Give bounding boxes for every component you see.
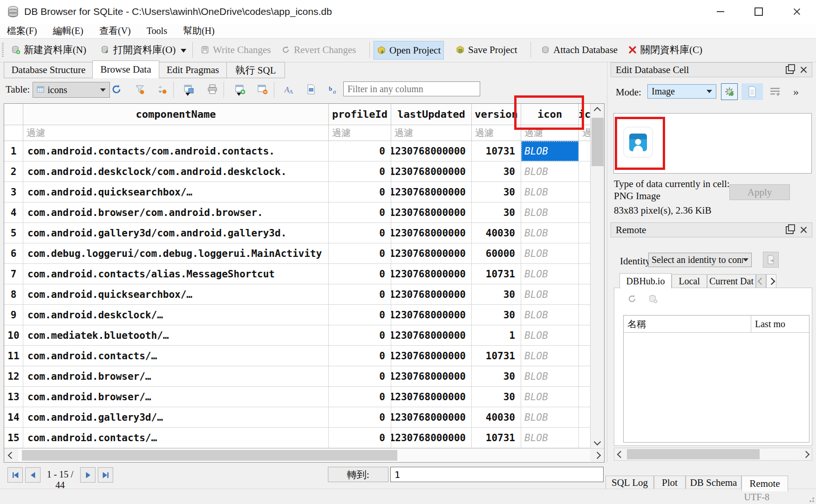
maximize-button[interactable] xyxy=(744,0,773,23)
cell-icon[interactable]: BLOB xyxy=(521,202,579,223)
cell-version[interactable]: 60000 xyxy=(472,243,521,264)
remote-tab-local[interactable]: Local xyxy=(672,274,707,288)
row-number[interactable]: 10 xyxy=(4,325,23,346)
scroll-left-button[interactable] xyxy=(4,449,18,462)
filter-profileId[interactable]: 過濾 xyxy=(329,125,391,141)
case-toggle-button[interactable]: ba xyxy=(327,83,340,96)
goto-record-input[interactable] xyxy=(390,467,604,482)
row-number[interactable]: 9 xyxy=(4,305,23,325)
mode-combobox[interactable]: Image xyxy=(647,84,716,99)
vertical-scrollbar[interactable] xyxy=(590,104,604,448)
last-record-button[interactable] xyxy=(98,467,113,483)
cell-version[interactable]: 10731 xyxy=(472,141,521,161)
identity-settings-button[interactable] xyxy=(763,252,779,268)
cell-lastUpdated[interactable]: 1230768000000 xyxy=(391,387,472,407)
cell-partial[interactable] xyxy=(579,428,590,448)
toolbar-drag-handle[interactable] xyxy=(2,43,4,57)
cell-version[interactable]: 10731 xyxy=(472,428,521,448)
float-panel-icon[interactable] xyxy=(786,226,794,234)
cell-partial[interactable] xyxy=(579,284,590,305)
cell-icon[interactable]: BLOB xyxy=(521,161,579,182)
cell-profileId[interactable]: 0 xyxy=(329,141,391,161)
cell-partial[interactable] xyxy=(579,407,590,428)
cell-icon[interactable]: BLOB xyxy=(521,428,579,448)
cell-lastUpdated[interactable]: 1230768000000 xyxy=(391,407,472,428)
cell-partial[interactable] xyxy=(579,387,590,407)
tab-execute-sql[interactable]: 執行 SQL xyxy=(226,62,285,78)
cell-profileId[interactable]: 0 xyxy=(329,161,391,182)
cell-componentName[interactable]: com.android.contacts/alias.MessageShortc… xyxy=(23,264,329,284)
cell-partial[interactable] xyxy=(579,202,590,223)
cell-componentName[interactable]: com.android.browser/… xyxy=(23,387,329,407)
cell-icon[interactable]: BLOB xyxy=(521,366,579,387)
row-number[interactable]: 13 xyxy=(4,387,23,407)
menu-help[interactable]: 幫助(H) xyxy=(176,23,222,38)
cell-profileId[interactable]: 0 xyxy=(329,243,391,264)
cell-componentName[interactable]: com.android.browser/com.android.browser. xyxy=(23,202,329,223)
cell-icon[interactable]: BLOB xyxy=(521,243,579,264)
print-button[interactable] xyxy=(206,83,219,96)
row-number[interactable]: 14 xyxy=(4,407,23,428)
cell-lastUpdated[interactable]: 1230768000000 xyxy=(391,182,472,202)
open-database-button[interactable]: 打開資料庫(O) xyxy=(98,41,178,59)
filter-lastUpdated[interactable]: 過濾 xyxy=(391,125,472,141)
dock-tab-plot[interactable]: Plot xyxy=(654,476,686,490)
scroll-right-button[interactable] xyxy=(590,449,604,462)
vertical-scroll-thumb[interactable] xyxy=(592,118,604,166)
row-number[interactable]: 6 xyxy=(4,243,23,264)
close-panel-icon[interactable] xyxy=(800,67,807,74)
cell-profileId[interactable]: 0 xyxy=(329,202,391,223)
cell-lastUpdated[interactable]: 1230768000000 xyxy=(391,223,472,243)
more-options-chevron[interactable]: » xyxy=(788,84,804,99)
cell-version[interactable]: 30 xyxy=(472,161,521,182)
cell-componentName[interactable]: com.android.deskclock/com.android.deskcl… xyxy=(23,161,329,182)
filter-funnel-button[interactable] xyxy=(133,83,146,96)
cell-componentName[interactable]: com.android.browser/… xyxy=(23,366,329,387)
dock-tab-db-schema[interactable]: DB Schema xyxy=(686,476,741,490)
menu-edit[interactable]: 編輯(E) xyxy=(46,23,90,38)
cell-componentName[interactable]: com.android.gallery3d/com.android.galler… xyxy=(23,223,329,243)
cell-partial[interactable] xyxy=(579,243,590,264)
first-record-button[interactable] xyxy=(7,467,23,483)
cell-profileId[interactable]: 0 xyxy=(329,182,391,202)
cell-icon[interactable]: BLOB xyxy=(521,264,579,284)
tab-database-structure[interactable]: Database Structure xyxy=(4,62,93,78)
cell-version[interactable]: 30 xyxy=(472,284,521,305)
word-wrap-icon[interactable] xyxy=(769,87,781,97)
cell-partial[interactable] xyxy=(579,141,590,161)
cell-partial[interactable] xyxy=(579,161,590,182)
tab-browse-data[interactable]: Browse Data xyxy=(92,60,159,78)
header-profileId[interactable]: profileId xyxy=(329,104,391,125)
scroll-right-button[interactable] xyxy=(800,448,812,460)
cell-partial[interactable] xyxy=(579,325,590,346)
cell-partial[interactable] xyxy=(579,346,590,366)
find-in-cell-button[interactable] xyxy=(305,83,318,96)
cell-componentName[interactable]: com.debug.loggerui/com.debug.loggerui.Ma… xyxy=(23,243,329,264)
minimize-button[interactable] xyxy=(706,0,735,23)
cell-componentName[interactable]: com.android.contacts/… xyxy=(23,346,329,366)
menu-file[interactable]: 檔案(F) xyxy=(0,23,44,38)
cell-icon[interactable]: BLOB xyxy=(521,387,579,407)
remote-horizontal-scrollbar[interactable] xyxy=(614,448,812,461)
cell-partial[interactable] xyxy=(579,182,590,202)
menu-tools[interactable]: Tools xyxy=(140,23,174,38)
remote-header-last-modified[interactable]: Last mo xyxy=(751,316,809,332)
next-page-button[interactable] xyxy=(80,467,95,483)
cell-partial[interactable] xyxy=(579,366,590,387)
row-number[interactable]: 2 xyxy=(4,161,23,182)
cell-lastUpdated[interactable]: 1230768000000 xyxy=(391,284,472,305)
close-database-button[interactable]: 關閉資料庫(C) xyxy=(625,41,705,59)
refresh-button[interactable] xyxy=(110,83,123,96)
resize-grip[interactable] xyxy=(808,496,814,502)
cell-componentName[interactable]: com.android.quicksearchbox/… xyxy=(23,284,329,305)
goto-button[interactable]: 轉到: xyxy=(328,467,388,482)
cell-icon[interactable]: BLOB xyxy=(521,407,579,428)
cell-lastUpdated[interactable]: 1230768000000 xyxy=(391,264,472,284)
cell-componentName[interactable]: com.android.gallery3d/… xyxy=(23,407,329,428)
cell-profileId[interactable]: 0 xyxy=(329,223,391,243)
cell-profileId[interactable]: 0 xyxy=(329,346,391,366)
cell-profileId[interactable]: 0 xyxy=(329,407,391,428)
previous-page-button[interactable] xyxy=(25,467,41,483)
scroll-down-button[interactable] xyxy=(591,435,604,448)
remote-clone-database-icon[interactable] xyxy=(648,294,658,306)
